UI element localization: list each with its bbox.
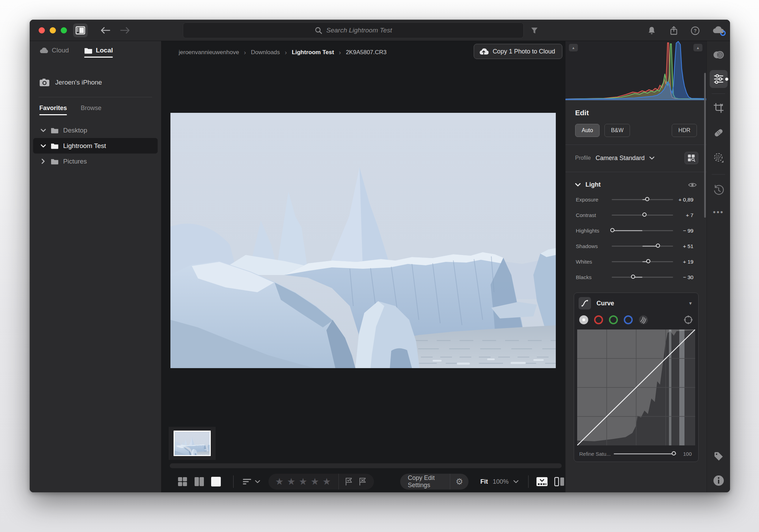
- left-sidebar: Cloud Local Jeroen's iPhone: [30, 41, 161, 492]
- breadcrumb-user[interactable]: jeroenvannieuwenhove: [179, 49, 239, 56]
- hdr-button[interactable]: HDR: [672, 124, 697, 137]
- filmstrip-thumbnail-selected[interactable]: [174, 431, 211, 456]
- breadcrumb-downloads[interactable]: Downloads: [251, 49, 280, 56]
- square-grid-view-button[interactable]: [194, 476, 204, 487]
- refine-saturation-slider[interactable]: [614, 451, 677, 457]
- forward-button[interactable]: [118, 23, 132, 37]
- star-icon[interactable]: ★: [275, 477, 286, 486]
- folder-item-lightroom-test[interactable]: Lightroom Test: [33, 138, 158, 154]
- slider-handle[interactable]: [646, 259, 650, 263]
- masking-button[interactable]: [710, 149, 728, 167]
- filter-button[interactable]: [529, 26, 540, 36]
- curve-channel-blue[interactable]: [624, 315, 633, 324]
- chevron-down-icon[interactable]: [575, 183, 581, 187]
- browse-profiles-button[interactable]: [684, 152, 698, 164]
- detail-view-button[interactable]: [210, 476, 221, 487]
- tab-local[interactable]: Local: [84, 47, 113, 58]
- edit-panel-scrollbar[interactable]: [704, 73, 706, 218]
- more-options-button[interactable]: •••: [710, 203, 728, 221]
- minimize-window-button[interactable]: [50, 27, 56, 33]
- keywords-button[interactable]: [710, 447, 728, 465]
- close-window-button[interactable]: [39, 27, 45, 33]
- slider-value: + 51: [678, 243, 707, 249]
- photo-canvas[interactable]: [170, 113, 556, 368]
- slider-handle[interactable]: [631, 275, 635, 279]
- crop-button[interactable]: [710, 99, 728, 117]
- highlights-slider[interactable]: [612, 228, 673, 234]
- contrast-slider[interactable]: [612, 212, 673, 218]
- star-icon[interactable]: ★: [310, 477, 321, 486]
- breadcrumb-filename[interactable]: 2K9A5807.CR3: [346, 49, 386, 56]
- presets-button[interactable]: [710, 46, 728, 64]
- curve-channel-rgb[interactable]: [579, 315, 588, 324]
- light-section-title[interactable]: Light: [585, 181, 601, 188]
- tone-curve-grid[interactable]: [577, 329, 695, 445]
- profile-value[interactable]: Camera Standard: [595, 155, 644, 162]
- filmstrip-toggle-button[interactable]: [536, 476, 548, 487]
- chevron-down-icon[interactable]: [40, 129, 46, 132]
- tab-favorites[interactable]: Favorites: [39, 105, 67, 115]
- slider-handle[interactable]: [656, 244, 660, 248]
- grid-view-button[interactable]: [177, 476, 188, 487]
- filmstrip-scrollbar[interactable]: [170, 463, 562, 468]
- chevron-down-icon[interactable]: [40, 144, 46, 148]
- slider-label: Blacks: [576, 274, 612, 280]
- info-button[interactable]: [710, 472, 728, 490]
- sort-control[interactable]: [243, 478, 260, 485]
- star-icon[interactable]: ★: [299, 477, 309, 486]
- zoom-level-value[interactable]: 100%: [493, 478, 509, 485]
- reject-flag-icon[interactable]: [358, 477, 367, 486]
- curve-channel-red[interactable]: [594, 315, 603, 324]
- star-icon[interactable]: ★: [287, 477, 297, 486]
- cloud-sync-button[interactable]: [711, 26, 726, 36]
- eye-icon[interactable]: [688, 182, 697, 188]
- pick-flag-icon[interactable]: [344, 477, 353, 486]
- tab-browse[interactable]: Browse: [81, 105, 101, 115]
- chevron-down-icon[interactable]: [649, 156, 654, 160]
- search-input[interactable]: Search Lightroom Test: [183, 22, 524, 38]
- highlight-clipping-button[interactable]: ▲: [693, 44, 702, 51]
- bw-button[interactable]: B&W: [604, 124, 630, 137]
- edit-button-active[interactable]: [710, 70, 728, 88]
- refine-saturation-label: Refine Satu...: [579, 451, 614, 457]
- curve-collapse-triangle[interactable]: ▾: [689, 300, 694, 306]
- device-iphone[interactable]: Jeroen's iPhone: [39, 78, 102, 87]
- notifications-button[interactable]: [647, 26, 657, 36]
- back-button[interactable]: [98, 23, 112, 37]
- slider-handle[interactable]: [645, 197, 649, 201]
- help-button[interactable]: ?: [690, 26, 700, 36]
- copy-edit-settings-button[interactable]: Copy Edit Settings: [400, 474, 450, 489]
- version-history-button[interactable]: [710, 181, 728, 199]
- exposure-slider[interactable]: [612, 197, 673, 203]
- curve-tool-button[interactable]: [579, 297, 591, 309]
- histogram[interactable]: ▲ ▲: [565, 41, 707, 100]
- before-after-button[interactable]: [554, 476, 565, 487]
- slider-handle[interactable]: [642, 213, 647, 217]
- maximize-window-button[interactable]: [61, 27, 67, 33]
- chevron-right-icon[interactable]: [40, 159, 46, 164]
- whites-slider[interactable]: [612, 259, 673, 265]
- before-after-icon: [554, 476, 565, 487]
- breadcrumb-current-folder[interactable]: Lightroom Test: [292, 49, 334, 56]
- shadows-slider[interactable]: [612, 243, 673, 249]
- copy-to-cloud-button[interactable]: Copy 1 Photo to Cloud: [474, 44, 562, 59]
- healing-button[interactable]: [710, 124, 728, 142]
- tab-cloud[interactable]: Cloud: [39, 47, 69, 58]
- blacks-slider[interactable]: [612, 274, 673, 280]
- shadow-clipping-button[interactable]: ▲: [569, 44, 578, 51]
- sidebar-toggle-button[interactable]: [73, 23, 88, 37]
- folder-item-pictures[interactable]: Pictures: [33, 154, 158, 169]
- targeted-adjustment-icon[interactable]: [683, 315, 693, 325]
- fit-button[interactable]: Fit: [480, 478, 488, 485]
- share-button[interactable]: [669, 26, 679, 36]
- folder-tree: Desktop Lightroom Test: [33, 122, 158, 169]
- slider-handle[interactable]: [672, 451, 676, 455]
- curve-channel-green[interactable]: [609, 315, 618, 324]
- slider-handle[interactable]: [610, 228, 614, 232]
- edit-settings-gear-button[interactable]: ⚙: [450, 474, 469, 490]
- folder-item-desktop[interactable]: Desktop: [33, 122, 158, 138]
- curve-channel-parametric-icon[interactable]: [639, 315, 648, 325]
- auto-button[interactable]: Auto: [575, 124, 600, 137]
- chevron-down-icon[interactable]: [513, 480, 519, 483]
- star-icon[interactable]: ★: [323, 477, 333, 486]
